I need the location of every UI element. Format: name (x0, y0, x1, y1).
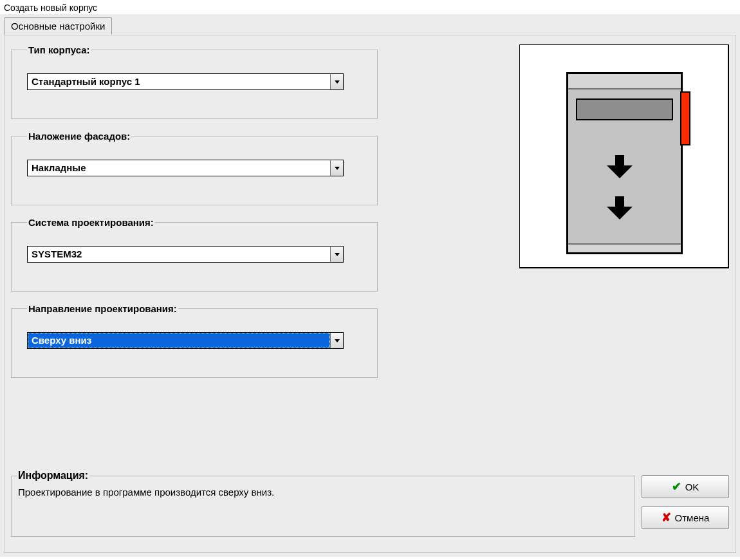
group-front-overlay-legend: Наложение фасадов: (27, 131, 131, 142)
check-icon: ✔ (672, 480, 681, 494)
front-overlay-dropdown[interactable]: Накладные (27, 160, 344, 176)
close-icon: ✘ (661, 510, 671, 525)
chevron-down-icon (335, 253, 340, 256)
design-direction-dropdown[interactable]: Сверху вниз (27, 332, 344, 349)
client-area: Основные настройки Тип корпуса: Стандарт… (0, 14, 740, 557)
cancel-button[interactable]: ✘ Отмена (642, 506, 729, 529)
cabinet-type-value: Стандартный корпус 1 (28, 74, 330, 89)
group-design-system-legend: Система проектирования: (27, 217, 155, 228)
group-info-legend: Информация: (17, 470, 89, 481)
tab-main-settings[interactable]: Основные настройки (4, 17, 112, 35)
arrow-down-icon (607, 196, 633, 219)
chevron-down-icon (335, 167, 340, 170)
design-direction-value: Сверху вниз (28, 333, 330, 348)
info-text: Проектирование в программе производится … (18, 484, 628, 498)
chevron-down-icon (335, 339, 340, 342)
design-system-value: SYSTEM32 (28, 247, 330, 262)
front-overlay-dropdown-button[interactable] (330, 160, 343, 176)
group-front-overlay: Наложение фасадов: Накладные (11, 131, 378, 205)
tab-panel: Тип корпуса: Стандартный корпус 1 Наложе… (4, 35, 736, 553)
group-cabinet-type: Тип корпуса: Стандартный корпус 1 (11, 44, 378, 119)
tab-strip: Основные настройки (0, 14, 740, 34)
chevron-down-icon (335, 80, 340, 84)
cabinet-type-dropdown[interactable]: Стандартный корпус 1 (27, 73, 344, 90)
cancel-button-label: Отмена (675, 512, 710, 523)
design-system-dropdown-button[interactable] (330, 247, 343, 262)
front-overlay-value: Накладные (28, 160, 330, 176)
group-design-direction-legend: Направление проектирования: (27, 303, 178, 314)
group-cabinet-type-legend: Тип корпуса: (27, 44, 91, 55)
preview-image (519, 44, 729, 268)
design-system-dropdown[interactable]: SYSTEM32 (27, 246, 344, 263)
preview-side-marker (680, 91, 690, 145)
cabinet-type-dropdown-button[interactable] (330, 74, 343, 89)
group-design-direction: Направление проектирования: Сверху вниз (11, 303, 378, 378)
ok-button[interactable]: ✔ OK (642, 475, 729, 498)
window-title: Создать новый корпус (0, 0, 740, 14)
preview-cabinet (566, 72, 683, 254)
design-direction-dropdown-button[interactable] (330, 333, 343, 348)
group-design-system: Система проектирования: SYSTEM32 (11, 217, 378, 292)
ok-button-label: OK (685, 481, 699, 492)
arrow-down-icon (607, 155, 633, 178)
group-info: Информация: Проектирование в программе п… (11, 470, 635, 537)
